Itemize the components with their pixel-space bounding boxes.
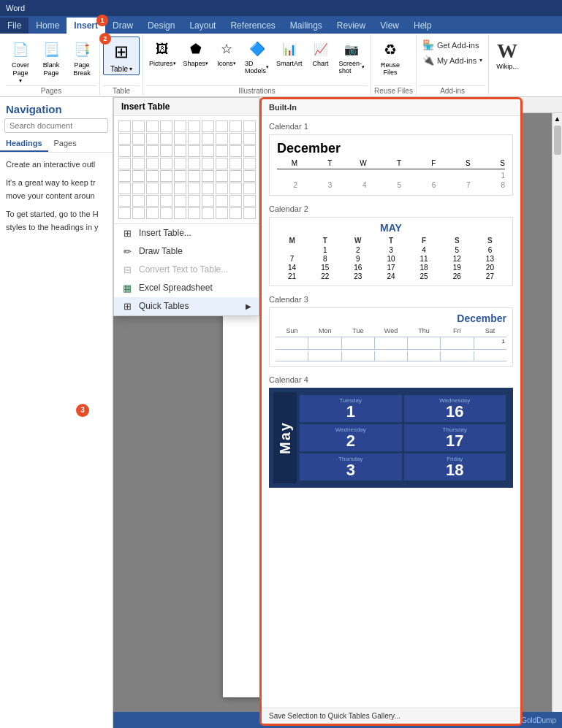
grid-cell[interactable] (229, 207, 242, 219)
grid-cell[interactable] (132, 195, 145, 207)
tab-references[interactable]: References (223, 18, 282, 34)
grid-cell[interactable] (118, 183, 131, 194)
tab-insert[interactable]: Insert 1 (67, 18, 105, 34)
cover-page-button[interactable]: 📄 CoverPage ▾ (6, 37, 35, 85)
grid-cell[interactable] (132, 183, 145, 194)
grid-cell[interactable] (118, 133, 131, 145)
scrollbar[interactable]: ▲ (552, 113, 562, 728)
grid-cell[interactable] (146, 133, 159, 145)
grid-cell[interactable] (216, 170, 228, 182)
grid-cell[interactable] (229, 158, 242, 169)
table-button[interactable]: ⊞ Table ▾ 2 (103, 37, 140, 75)
tab-view[interactable]: View (373, 18, 406, 34)
grid-cell[interactable] (216, 120, 228, 132)
reuse-files-button[interactable]: ♻ ReuseFiles (374, 37, 406, 77)
grid-cell[interactable] (243, 207, 256, 219)
grid-cell[interactable] (229, 170, 242, 182)
grid-cell[interactable] (160, 133, 172, 145)
grid-cell[interactable] (174, 207, 186, 219)
pictures-button[interactable]: 🖼 Pictures ▾ (146, 37, 179, 69)
grid-cell[interactable] (132, 120, 145, 132)
grid-cell[interactable] (160, 170, 172, 182)
grid-cell[interactable] (118, 195, 131, 207)
grid-cell[interactable] (202, 170, 214, 182)
get-addins-button[interactable]: 🏪 Get Add-ins (419, 38, 485, 52)
grid-cell[interactable] (174, 195, 186, 207)
grid-cell[interactable] (146, 207, 159, 219)
grid-cell[interactable] (202, 195, 214, 207)
grid-cell[interactable] (202, 120, 214, 132)
grid-cell[interactable] (243, 183, 256, 194)
wikipedia-button[interactable]: W Wikip... (492, 38, 523, 72)
grid-cell[interactable] (174, 133, 186, 145)
grid-cell[interactable] (188, 158, 200, 169)
grid-cell[interactable] (202, 183, 214, 194)
grid-cell[interactable] (132, 133, 145, 145)
grid-cell[interactable] (188, 133, 200, 145)
grid-cell[interactable] (174, 120, 186, 132)
tab-design[interactable]: Design (140, 18, 182, 34)
grid-cell[interactable] (229, 145, 242, 157)
pages-tab[interactable]: Pages (48, 136, 83, 152)
grid-cell[interactable] (229, 120, 242, 132)
grid-cell[interactable] (174, 183, 186, 194)
grid-cell[interactable] (216, 158, 228, 169)
excel-spreadsheet-menu-item[interactable]: ▦ Excel Spreadsheet (114, 279, 259, 297)
grid-cell[interactable] (146, 195, 159, 207)
grid-cell[interactable] (160, 145, 172, 157)
grid-cell[interactable] (174, 145, 186, 157)
grid-cell[interactable] (160, 195, 172, 207)
tab-mailings[interactable]: Mailings (283, 18, 330, 34)
grid-cell[interactable] (243, 120, 256, 132)
draw-table-menu-item[interactable]: ✏ Draw Table (114, 242, 259, 261)
tab-file[interactable]: File (0, 18, 29, 34)
grid-cell[interactable] (188, 170, 200, 182)
shapes-button[interactable]: ⬟ Shapes ▾ (181, 37, 212, 69)
grid-cell[interactable] (229, 133, 242, 145)
grid-cell[interactable] (132, 207, 145, 219)
headings-tab[interactable]: Headings (0, 136, 48, 152)
tab-home[interactable]: Home (29, 18, 67, 34)
grid-cell[interactable] (160, 158, 172, 169)
3d-models-button[interactable]: 🔷 3DModels ▾ (242, 37, 272, 76)
grid-cell[interactable] (132, 170, 145, 182)
my-addins-button[interactable]: 🔌 My Add-ins ▾ (419, 53, 485, 67)
grid-cell[interactable] (243, 133, 256, 145)
tab-layout[interactable]: Layout (182, 18, 223, 34)
grid-cell[interactable] (216, 195, 228, 207)
grid-cell[interactable] (118, 120, 131, 132)
grid-cell[interactable] (188, 195, 200, 207)
grid-cell[interactable] (146, 158, 159, 169)
grid-cell[interactable] (216, 183, 228, 194)
grid-cell[interactable] (160, 183, 172, 194)
grid-cell[interactable] (229, 183, 242, 194)
grid-cell[interactable] (243, 195, 256, 207)
grid-cell[interactable] (202, 158, 214, 169)
blank-page-button[interactable]: 📃 BlankPage (37, 37, 66, 79)
grid-cell[interactable] (174, 158, 186, 169)
grid-cell[interactable] (174, 170, 186, 182)
grid-cell[interactable] (243, 158, 256, 169)
flyout-scroll-area[interactable]: Calendar 1 December M T W T F S S (262, 116, 520, 708)
grid-cell[interactable] (216, 145, 228, 157)
grid-cell[interactable] (146, 120, 159, 132)
grid-cell[interactable] (146, 145, 159, 157)
grid-cell[interactable] (118, 207, 131, 219)
grid-cell[interactable] (146, 170, 159, 182)
grid-cell[interactable] (188, 120, 200, 132)
tab-help[interactable]: Help (406, 18, 439, 34)
grid-cell[interactable] (202, 133, 214, 145)
flyout-footer[interactable]: Save Selection to Quick Tables Gallery..… (262, 708, 520, 724)
chart-button[interactable]: 📈 Chart (307, 37, 335, 69)
grid-cell[interactable] (216, 133, 228, 145)
screenshot-button[interactable]: 📷 Screen-shot ▾ (336, 37, 368, 76)
grid-cell[interactable] (146, 183, 159, 194)
grid-cell[interactable] (160, 207, 172, 219)
smartart-button[interactable]: 📊 SmartArt (273, 37, 305, 69)
search-input[interactable] (4, 118, 108, 133)
page-break-button[interactable]: 📑 PageBreak (67, 37, 96, 79)
icons-button[interactable]: ☆ Icons ▾ (213, 37, 240, 69)
tab-review[interactable]: Review (330, 18, 373, 34)
grid-cell[interactable] (118, 158, 131, 169)
grid-cell[interactable] (132, 145, 145, 157)
